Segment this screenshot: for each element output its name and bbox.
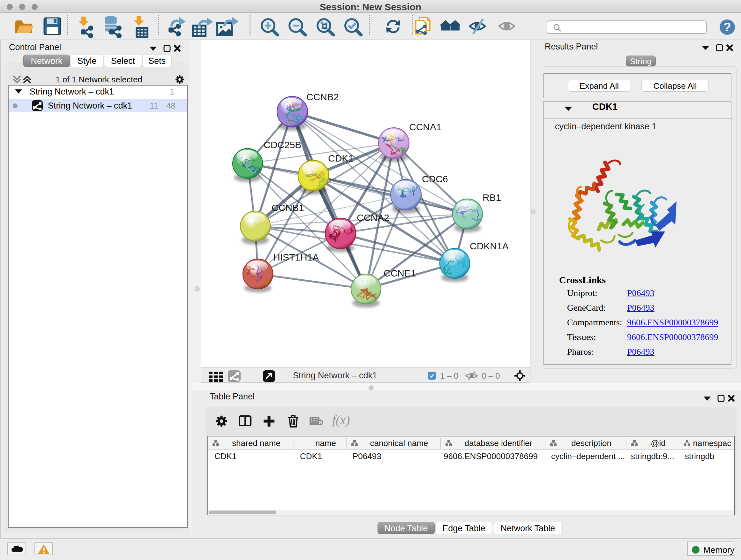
svg-text:CCNA1: CCNA1 xyxy=(409,122,442,132)
svg-text:RB1: RB1 xyxy=(482,192,501,203)
svg-text:HIST1H1A: HIST1H1A xyxy=(273,252,319,262)
svg-text:CDK1: CDK1 xyxy=(328,153,354,164)
svg-text:CDC6: CDC6 xyxy=(422,174,448,184)
svg-text:CCNE1: CCNE1 xyxy=(384,268,416,278)
svg-text:?: ? xyxy=(724,20,731,34)
svg-text:CCNB1: CCNB1 xyxy=(272,202,304,213)
svg-text:CDC25B: CDC25B xyxy=(264,139,301,150)
svg-text:CCNB2: CCNB2 xyxy=(307,91,339,102)
svg-text:CCNA2: CCNA2 xyxy=(357,212,389,223)
svg-text:CDKN1A: CDKN1A xyxy=(470,241,509,251)
